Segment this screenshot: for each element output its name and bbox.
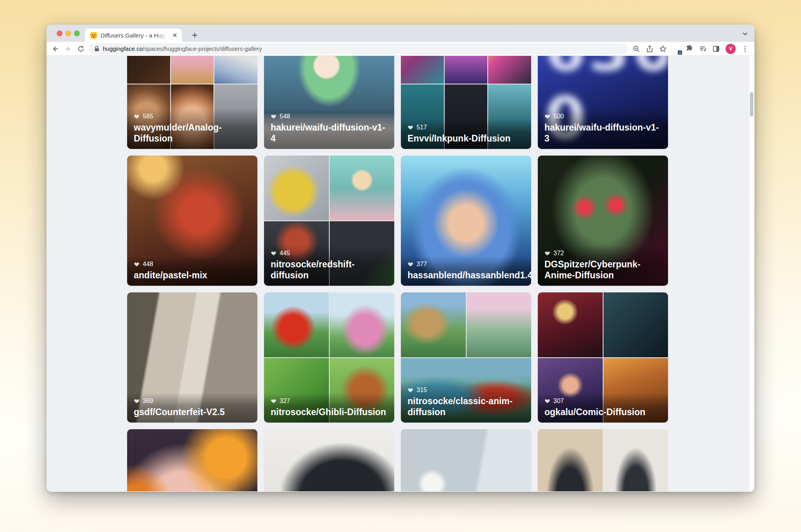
share-button[interactable] (646, 45, 654, 53)
model-name: hassanblend/hassanblend1.4 (408, 270, 524, 281)
model-name: nitrosocke/Ghibli-Diffusion (271, 407, 388, 417)
heart-icon (271, 114, 277, 119)
heart-icon (408, 387, 413, 393)
card-label: 369 gsdf/Counterfeit-V2.5 (127, 393, 257, 423)
window-zoom-button[interactable] (74, 30, 80, 36)
likes-row: 307 (544, 398, 661, 405)
model-card[interactable]: 548 hakurei/waifu-diffusion-v1-4 (264, 56, 394, 149)
likes-row: 517 (408, 124, 524, 131)
model-card[interactable]: 307 ogkalu/Comic-Diffusion (538, 292, 668, 423)
model-card[interactable] (264, 429, 394, 491)
plus-icon (192, 32, 198, 38)
model-card[interactable]: 630 0 500 hakurei/waifu-diffusion-v1-3 (538, 56, 668, 149)
likes-count: 565 (143, 113, 153, 120)
address-bar[interactable]: huggingface.co/spaces/huggingface-projec… (89, 43, 628, 54)
model-card[interactable]: 448 andite/pastel-mix (127, 156, 257, 286)
bookmark-button[interactable] (659, 45, 667, 53)
toolbar-right-icons: 2 V (632, 44, 749, 54)
likes-row: 448 (134, 261, 251, 268)
likes-count: 369 (143, 398, 153, 405)
tab-title: Diffusers Gallery - a Hugging F (101, 32, 168, 39)
likes-count: 327 (280, 398, 290, 405)
browser-toolbar: huggingface.co/spaces/huggingface-projec… (47, 42, 754, 56)
scrollbar-track[interactable] (749, 56, 754, 491)
scrollbar-thumb[interactable] (750, 92, 753, 116)
model-card[interactable]: 372 DGSpitzer/Cyberpunk-Anime-Diffusion (538, 156, 668, 286)
model-name: Envvi/Inkpunk-Diffusion (408, 133, 524, 144)
share-icon (646, 45, 654, 53)
card-label: 372 DGSpitzer/Cyberpunk-Anime-Diffusion (538, 245, 668, 286)
window-minimize-button[interactable] (65, 30, 71, 36)
blurred-image-text (264, 429, 394, 491)
model-name: andite/pastel-mix (134, 270, 251, 281)
likes-row: 548 (271, 113, 388, 120)
model-card[interactable]: 377 hassanblend/hassanblend1.4 (401, 156, 531, 286)
new-tab-button[interactable] (190, 30, 200, 40)
tab-search-chevron-icon[interactable] (742, 30, 748, 37)
tab-bar: Diffusers Gallery - a Hugging F (47, 25, 754, 42)
puzzle-icon (686, 45, 693, 53)
model-name: hakurei/waifu-diffusion-v1-3 (544, 122, 661, 144)
side-panel-button[interactable] (712, 45, 720, 53)
card-label: 448 andite/pastel-mix (127, 256, 257, 286)
tab-close-icon[interactable] (172, 32, 178, 38)
profile-avatar[interactable]: V (726, 44, 736, 54)
forward-button[interactable] (64, 45, 72, 53)
blurred-image-text (538, 429, 668, 491)
model-name: DGSpitzer/Cyberpunk-Anime-Diffusion (544, 259, 661, 281)
model-card[interactable] (127, 429, 257, 491)
likes-count: 548 (280, 113, 290, 120)
url-path: /spaces/huggingface-projects/diffusers-g… (143, 45, 262, 52)
heart-icon (271, 398, 277, 404)
window-close-button[interactable] (57, 30, 63, 36)
model-name: wavymulder/Analog-Diffusion (134, 122, 251, 144)
model-name: ogkalu/Comic-Diffusion (544, 407, 661, 417)
browser-tab[interactable]: Diffusers Gallery - a Hugging F (85, 29, 182, 42)
extensions-button[interactable] (686, 45, 693, 53)
browser-window: Diffusers Gallery - a Hugging F (47, 25, 754, 492)
likes-row: 565 (134, 113, 251, 120)
model-name: hakurei/waifu-diffusion-v1-4 (271, 122, 388, 144)
model-card[interactable]: 315 nitrosocke/classic-anim-diffusion (401, 292, 531, 423)
model-card[interactable]: 369 gsdf/Counterfeit-V2.5 (127, 292, 257, 423)
reload-button[interactable] (77, 45, 85, 53)
zoom-page-button[interactable] (632, 45, 640, 53)
model-card[interactable] (401, 429, 531, 491)
likes-count: 445 (280, 250, 290, 257)
forward-arrow-icon (64, 45, 72, 53)
heart-icon (544, 398, 550, 404)
likes-count: 315 (417, 387, 427, 394)
model-card[interactable]: 445 nitrosocke/redshift-diffusion (264, 156, 394, 286)
blurred-image-text (401, 429, 531, 491)
star-icon (659, 45, 667, 53)
reload-icon (77, 45, 85, 53)
likes-row: 315 (408, 387, 524, 394)
model-card[interactable] (538, 429, 668, 491)
lock-icon[interactable] (94, 46, 99, 52)
model-name: nitrosocke/redshift-diffusion (271, 259, 388, 281)
model-card[interactable]: 327 nitrosocke/Ghibli-Diffusion (264, 292, 394, 423)
likes-row: 372 (544, 250, 661, 257)
model-card[interactable]: 517 Envvi/Inkpunk-Diffusion (401, 56, 531, 149)
media-controls-button[interactable] (699, 45, 707, 53)
likes-count: 307 (553, 398, 564, 405)
heart-icon (134, 398, 140, 404)
card-label: 377 hassanblend/hassanblend1.4 (401, 256, 531, 286)
card-label: 565 wavymulder/Analog-Diffusion (127, 108, 257, 149)
heart-icon (408, 262, 413, 267)
model-card[interactable]: 565 wavymulder/Analog-Diffusion (127, 56, 257, 149)
card-label: 307 ogkalu/Comic-Diffusion (538, 393, 668, 423)
kebab-menu-icon (741, 45, 749, 53)
password-manager-extension-button[interactable]: 2 (672, 45, 680, 53)
back-button[interactable] (51, 45, 59, 53)
heart-icon (271, 251, 277, 256)
likes-row: 377 (408, 261, 524, 268)
heart-icon (408, 125, 413, 130)
browser-menu-button[interactable] (741, 45, 749, 53)
likes-count: 377 (417, 261, 427, 268)
hugging-face-favicon (90, 32, 97, 39)
likes-count: 500 (553, 113, 564, 120)
card-label: 315 nitrosocke/classic-anim-diffusion (401, 382, 531, 423)
model-card-grid: 565 wavymulder/Analog-Diffusion 548 haku… (47, 56, 754, 491)
card-label: 548 hakurei/waifu-diffusion-v1-4 (264, 108, 394, 149)
